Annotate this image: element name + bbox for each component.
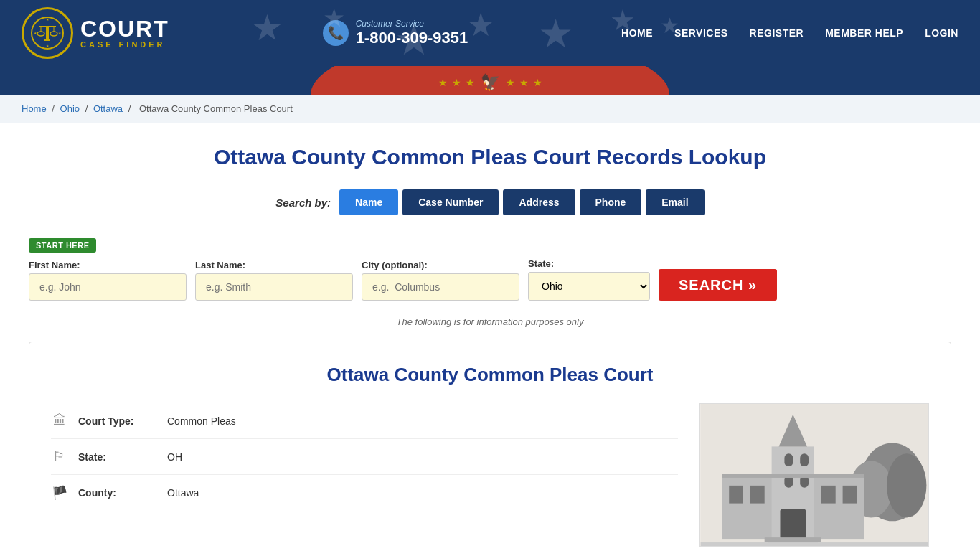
court-info-table: 🏛 Court Type: Common Pleas 🏳 State: OH 🏴… xyxy=(51,403,678,511)
location-icon: 🏴 xyxy=(51,485,68,501)
court-type-row: 🏛 Court Type: Common Pleas xyxy=(51,403,678,439)
state-select[interactable]: AlabamaAlaskaArizonaArkansasCaliforniaCo… xyxy=(528,272,650,301)
tab-case-number[interactable]: Case Number xyxy=(402,189,499,215)
court-card: Ottawa County Common Pleas Court 🏛 Court… xyxy=(29,342,951,551)
svg-rect-26 xyxy=(843,486,857,504)
first-name-group: First Name: xyxy=(29,260,187,301)
svg-rect-23 xyxy=(729,486,743,504)
court-image xyxy=(699,403,929,547)
svg-text:★: ★ xyxy=(58,31,62,35)
breadcrumb-ottawa[interactable]: Ottawa xyxy=(93,103,123,114)
flag-icon: 🏳 xyxy=(51,449,68,464)
form-fields: First Name: Last Name: City (optional): … xyxy=(29,258,951,301)
breadcrumb-ohio[interactable]: Ohio xyxy=(60,103,80,114)
city-label: City (optional): xyxy=(362,260,519,270)
start-here-badge: START HERE xyxy=(29,238,96,253)
svg-rect-25 xyxy=(821,486,836,504)
city-group: City (optional): xyxy=(362,260,519,301)
court-type-value: Common Pleas xyxy=(167,415,236,427)
search-form-container: START HERE First Name: Last Name: City (… xyxy=(29,227,951,306)
svg-text:★: ★ xyxy=(46,44,50,48)
phone-icon: 📞 xyxy=(323,20,349,46)
logo-circle: ★ ★ ★ ★ xyxy=(22,7,73,59)
svg-rect-19 xyxy=(784,453,793,466)
last-name-input[interactable] xyxy=(195,273,353,301)
eagle-icon: 🦅 xyxy=(481,73,500,92)
court-card-body: 🏛 Court Type: Common Pleas 🏳 State: OH 🏴… xyxy=(51,403,929,547)
tab-address[interactable]: Address xyxy=(503,189,575,215)
nav-login[interactable]: LOGIN xyxy=(925,27,958,39)
svg-rect-28 xyxy=(722,474,864,478)
first-name-label: First Name: xyxy=(29,260,187,270)
breadcrumb-sep-2: / xyxy=(85,103,90,114)
svg-text:★: ★ xyxy=(34,31,37,35)
last-name-group: Last Name: xyxy=(195,260,353,301)
page-title: Ottawa County Common Pleas Court Records… xyxy=(29,145,951,169)
county-row: 🏴 County: Ottawa xyxy=(51,475,678,511)
svg-rect-11 xyxy=(44,39,50,41)
county-label: County: xyxy=(78,487,157,499)
breadcrumb-sep-1: / xyxy=(52,103,57,114)
logo-text: COURT CASE FINDER xyxy=(80,17,169,49)
svg-point-7 xyxy=(37,32,44,36)
city-input[interactable] xyxy=(362,273,519,301)
breadcrumb-current: Ottawa County Common Pleas Court xyxy=(139,103,293,114)
customer-service: 📞 Customer Service 1-800-309-9351 xyxy=(323,19,468,47)
breadcrumb-sep-3: / xyxy=(128,103,133,114)
nav-member-help[interactable]: MEMBER HELP xyxy=(825,27,903,39)
county-value: Ottawa xyxy=(167,487,199,499)
search-button[interactable]: SEARCH » xyxy=(659,269,777,301)
search-by-label: Search by: xyxy=(275,197,331,209)
cs-details: Customer Service 1-800-309-9351 xyxy=(356,19,468,47)
svg-rect-24 xyxy=(750,486,765,504)
logo-area: ★ ★ ★ ★ COURT CASE FINDER xyxy=(22,7,169,59)
svg-rect-20 xyxy=(800,453,809,466)
svg-rect-29 xyxy=(765,537,821,542)
star-row-left: ★★★ xyxy=(438,77,475,88)
court-type-label: Court Type: xyxy=(78,415,157,427)
nav-services[interactable]: SERVICES xyxy=(674,27,728,39)
state-row: 🏳 State: OH xyxy=(51,439,678,475)
svg-rect-6 xyxy=(39,26,56,27)
search-by-row: Search by: Name Case Number Address Phon… xyxy=(29,189,951,215)
star-row-right: ★★★ xyxy=(506,77,542,88)
banner-curve-inner: ★★★ 🦅 ★★★ xyxy=(438,73,542,95)
state-group: State: AlabamaAlaskaArizonaArkansasCalif… xyxy=(528,258,650,301)
tab-email[interactable]: Email xyxy=(646,189,704,215)
svg-rect-31 xyxy=(701,542,928,546)
nav-register[interactable]: REGISTER xyxy=(750,27,804,39)
breadcrumb: Home / Ohio / Ottawa / Ottawa County Com… xyxy=(0,95,980,123)
main-content: Ottawa County Common Pleas Court Records… xyxy=(0,123,980,551)
svg-point-8 xyxy=(50,32,57,36)
svg-rect-5 xyxy=(46,26,49,40)
banner-curve: ★★★ 🦅 ★★★ xyxy=(0,66,980,95)
nav-home[interactable]: HOME xyxy=(621,27,653,39)
first-name-input[interactable] xyxy=(29,273,187,301)
tab-phone[interactable]: Phone xyxy=(580,189,642,215)
tab-name[interactable]: Name xyxy=(339,189,398,215)
breadcrumb-home[interactable]: Home xyxy=(22,103,47,114)
svg-rect-27 xyxy=(780,509,806,540)
site-header: ★ ★ ★ ★ ★ ★ ★ ★ ★ ★ ★ xyxy=(0,0,980,66)
court-card-title: Ottawa County Common Pleas Court xyxy=(51,364,929,386)
info-note: The following is for information purpose… xyxy=(29,316,951,327)
state-label: State: xyxy=(528,258,650,269)
building-icon: 🏛 xyxy=(51,413,68,428)
state-info-label: State: xyxy=(78,451,157,463)
state-info-value: OH xyxy=(167,451,182,463)
svg-point-15 xyxy=(887,453,926,517)
main-nav: HOME SERVICES REGISTER MEMBER HELP LOGIN xyxy=(621,27,958,39)
last-name-label: Last Name: xyxy=(195,260,353,270)
